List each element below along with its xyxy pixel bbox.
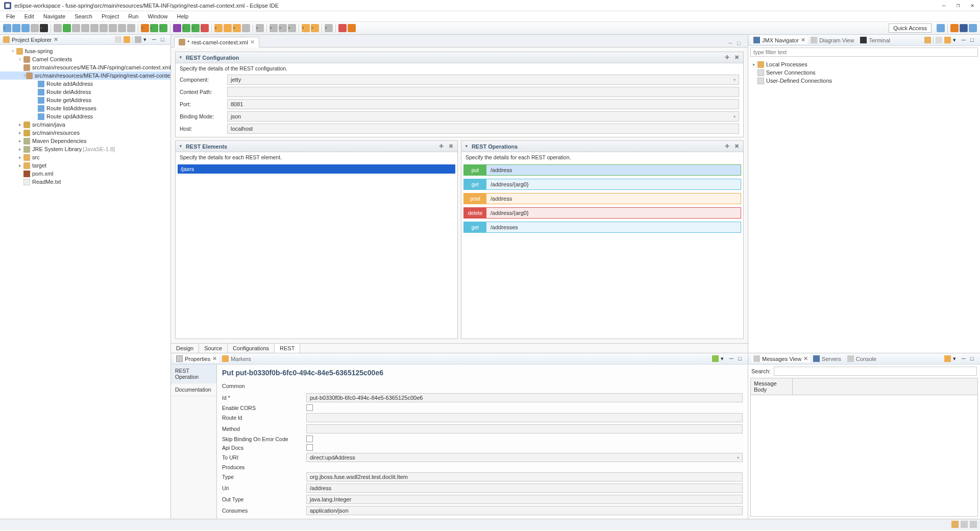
host-input[interactable]: localhost: [227, 124, 739, 134]
editor-tab[interactable]: *rest-camel-context.xml ✕: [174, 37, 259, 47]
editor-tab-source[interactable]: Source: [199, 344, 228, 353]
messages-table[interactable]: Message Body: [750, 378, 978, 517]
menu-run[interactable]: Run: [124, 12, 142, 20]
twist-icon[interactable]: ▸: [16, 147, 23, 152]
pin-icon[interactable]: [712, 355, 719, 362]
close-tab-icon[interactable]: ✕: [250, 39, 255, 45]
tree-item[interactable]: ▸target: [0, 161, 170, 170]
debug-drop[interactable]: [173, 24, 181, 32]
checkbox[interactable]: [306, 404, 313, 411]
menu-icon[interactable]: ▾: [143, 36, 150, 43]
tree-item[interactable]: Route listAddresses: [0, 104, 170, 112]
refresh-button[interactable]: [348, 24, 356, 32]
perspective-fuse[interactable]: [960, 24, 968, 32]
tb-icon[interactable]: [54, 24, 62, 32]
menu-icon[interactable]: ▾: [953, 37, 960, 43]
servers-tab[interactable]: Servers: [810, 355, 844, 363]
collapse-icon[interactable]: ▼: [179, 144, 183, 149]
tb-icon[interactable]: [233, 24, 241, 32]
menu-file[interactable]: File: [2, 12, 19, 20]
tree-item[interactable]: Route updAddress: [0, 112, 170, 120]
tb-icon[interactable]: [150, 24, 158, 32]
checkbox[interactable]: [306, 444, 313, 451]
tree-item[interactable]: ▸Maven Dependencies: [0, 137, 170, 145]
jmx-filter-input[interactable]: [750, 47, 978, 57]
filter-icon[interactable]: [135, 36, 141, 43]
add-icon[interactable]: ✚: [724, 54, 730, 61]
markers-tab[interactable]: Markers: [219, 355, 254, 363]
tb-icon[interactable]: [159, 24, 167, 32]
close-icon[interactable]: ✕: [212, 355, 217, 362]
tb-icon[interactable]: [214, 24, 223, 32]
rest-operation-put[interactable]: put/address: [463, 164, 741, 176]
maximize-button[interactable]: ❐: [954, 2, 962, 9]
menu-search[interactable]: Search: [70, 12, 96, 20]
delete-icon[interactable]: ✖: [448, 143, 454, 150]
sb-icon[interactable]: [970, 521, 977, 528]
prop-input[interactable]: org.jboss.fuse.wsdl2rest.test.doclit.Ite…: [306, 472, 743, 481]
add-icon[interactable]: ✚: [438, 143, 445, 150]
tb-icon[interactable]: [936, 37, 942, 43]
rest-operations-list[interactable]: put/addressget/address/{arg0}post/addres…: [461, 162, 743, 339]
sb-icon[interactable]: [961, 521, 968, 528]
tb-icon[interactable]: [288, 24, 296, 32]
menu-project[interactable]: Project: [97, 12, 123, 20]
close-icon[interactable]: ✕: [801, 37, 805, 43]
tree-item[interactable]: ▸src/main/resources: [0, 129, 170, 137]
tb-icon[interactable]: [924, 37, 931, 43]
rest-operation-delete[interactable]: delete/address/{arg0}: [463, 207, 741, 219]
tree-item[interactable]: pom.xml: [0, 170, 170, 178]
tree-item[interactable]: ▸Local Processes: [748, 60, 980, 68]
tb-icon[interactable]: [270, 24, 278, 32]
tb-icon[interactable]: [81, 24, 89, 32]
project-tree[interactable]: ▿fuse-spring▿Camel Contextssrc/main/reso…: [0, 45, 170, 519]
new-button[interactable]: [3, 24, 11, 32]
menu-icon[interactable]: ▾: [953, 355, 960, 362]
tree-item[interactable]: ▿src/main/resources/META-INF/spring/rest…: [0, 71, 170, 80]
twist-icon[interactable]: ▸: [16, 122, 23, 127]
editor-tab-rest[interactable]: REST: [275, 343, 300, 353]
minimize-button[interactable]: —: [940, 2, 947, 9]
quick-access[interactable]: Quick Access: [889, 23, 932, 33]
tb-icon[interactable]: [325, 24, 333, 32]
add-icon[interactable]: ✚: [724, 143, 730, 150]
menu-help[interactable]: Help: [173, 12, 193, 20]
maximize-icon[interactable]: □: [738, 355, 745, 362]
port-input[interactable]: 8081: [227, 99, 739, 109]
stop-drop[interactable]: [201, 24, 209, 32]
coverage-drop[interactable]: [191, 24, 200, 32]
menu-icon[interactable]: ▾: [721, 355, 727, 362]
twist-icon[interactable]: ▿: [16, 57, 23, 62]
tree-item[interactable]: Route addAddress: [0, 80, 170, 88]
rest-elements-list[interactable]: /jaxrs: [176, 162, 457, 339]
menu-window[interactable]: Window: [143, 12, 172, 20]
rest-operation-post[interactable]: post/address: [463, 193, 741, 204]
terminal-tab[interactable]: Terminal: [857, 36, 893, 44]
tree-item[interactable]: ▸JRE System Library [JavaSE-1.8]: [0, 145, 170, 153]
perspective-open[interactable]: [937, 24, 945, 32]
tb-icon[interactable]: [127, 24, 135, 32]
properties-tab-label[interactable]: Properties: [185, 356, 210, 362]
jmx-tab-label[interactable]: JMX Navigator: [762, 37, 799, 43]
tree-item[interactable]: Server Connections: [748, 68, 980, 77]
delete-icon[interactable]: ✖: [733, 143, 740, 150]
tb-icon[interactable]: [141, 24, 149, 32]
tree-item[interactable]: ReadMe.txt: [0, 178, 170, 186]
tb-icon[interactable]: [224, 24, 232, 32]
prop-input[interactable]: direct:updAddress▾: [306, 453, 743, 462]
tb-icon[interactable]: [90, 24, 99, 32]
minimize-icon[interactable]: ─: [152, 36, 159, 43]
rest-operation-get[interactable]: get/addresses: [463, 222, 741, 233]
tb-icon[interactable]: [109, 24, 117, 32]
switch-editor-button[interactable]: [31, 24, 39, 32]
prop-input[interactable]: application/json: [306, 506, 743, 515]
tb-icon[interactable]: [338, 24, 347, 32]
messages-search-input[interactable]: [774, 367, 977, 376]
twist-icon[interactable]: ▸: [16, 163, 23, 168]
tree-item[interactable]: src/main/resources/META-INF/spring/camel…: [0, 63, 170, 71]
tb-icon[interactable]: [100, 24, 108, 32]
diagram-view-tab[interactable]: Diagram View: [807, 36, 857, 44]
close-icon[interactable]: ✕: [54, 36, 58, 43]
prop-input[interactable]: put-b0330f0b-6fc0-494c-84e5-6365125c00e6: [306, 393, 743, 402]
twist-icon[interactable]: ▸: [16, 138, 23, 143]
